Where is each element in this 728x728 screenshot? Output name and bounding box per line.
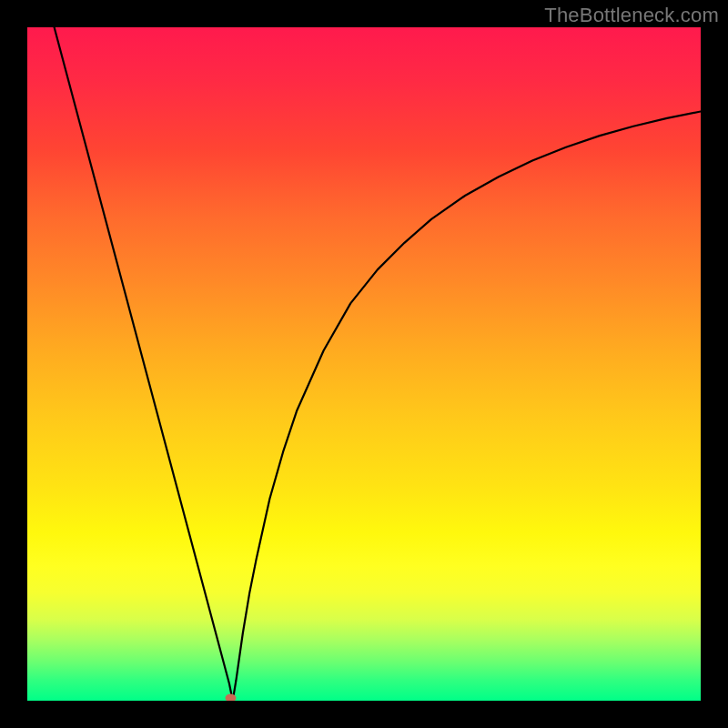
chart-svg: [27, 27, 701, 701]
curve-left-branch: [55, 27, 233, 701]
plot-area: [27, 27, 701, 701]
watermark-text: TheBottleneck.com: [544, 4, 719, 27]
chart-frame: TheBottleneck.com: [0, 0, 728, 728]
curve-right-branch: [233, 112, 701, 702]
